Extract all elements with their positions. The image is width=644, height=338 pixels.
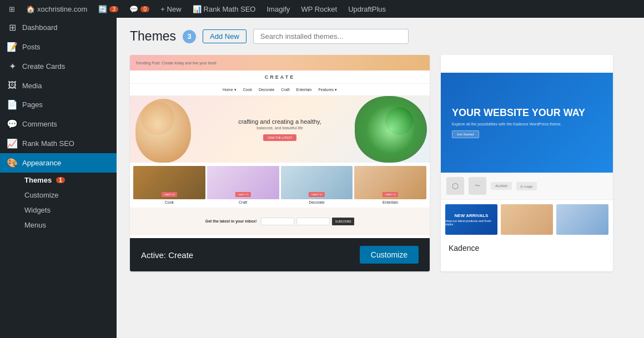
food-img-left (135, 99, 191, 163)
sidebar-create-cards-label: Create Cards (22, 62, 110, 70)
sidebar-dashboard-label: Dashboard (22, 23, 110, 32)
sidebar-item-rank-math[interactable]: 📈 Rank Math SEO (0, 134, 117, 153)
grid-item-entertain: I WANT TO Entertain (354, 166, 426, 204)
product-img-warm (501, 204, 553, 235)
product-card-3 (556, 204, 608, 235)
kadence-logo-icon (446, 57, 463, 64)
sidebar-sub-themes[interactable]: Themes 1 (0, 173, 117, 188)
admin-bar-site-name[interactable]: 🏠 xochristine.com (22, 0, 92, 18)
sidebar-comments-icon: 💬 (7, 119, 18, 129)
sidebar-item-dashboard[interactable]: ⊞ Dashboard (0, 18, 117, 37)
product-img-warm2 (556, 204, 608, 235)
sidebar-sub-customize[interactable]: Customize (0, 188, 117, 203)
create-nav-decorate: Decorate (259, 88, 274, 92)
kadence-nav-shop: Shop (588, 59, 596, 62)
page-header: Themes 3 Add New (130, 29, 631, 44)
new-arrivals-text: NEW ARRIVALS (455, 213, 489, 218)
theme-count-badge: 3 (183, 30, 196, 43)
admin-bar-wp-rocket[interactable]: WP Rocket (296, 0, 341, 18)
theme-card-kadence[interactable]: Home About Shop Blog YOUR WEBSITE YOUR W… (441, 55, 613, 271)
sidebar-item-posts[interactable]: 📝 Posts (0, 37, 117, 57)
theme-kadence-screenshot: Home About Shop Blog YOUR WEBSITE YOUR W… (441, 55, 613, 238)
admin-bar-wp-logo[interactable]: ⊞ (4, 0, 19, 18)
craft-btn: I WANT TO (235, 192, 250, 197)
create-cards-icon: ✦ (7, 61, 18, 72)
kadence-nav-bar: Home About Shop Blog (441, 55, 613, 66)
pages-icon: 📄 (7, 99, 18, 110)
kadence-mockup: Home About Shop Blog YOUR WEBSITE YOUR W… (441, 55, 613, 238)
newsletter-main-text: Get the latest in your inbox! (205, 219, 257, 223)
create-nav-cook: Cook (243, 88, 252, 92)
create-nav: Home ▾ Cook Decorate Craft Entertain Fea… (130, 84, 430, 96)
comments-count: 0 (140, 6, 149, 12)
sidebar-sub-widgets[interactable]: Widgets (0, 203, 117, 218)
updates-icon: 🔄 (98, 5, 107, 13)
logo-icon-2: 〜 (469, 177, 486, 195)
admin-bar-updates[interactable]: 🔄 3 (94, 0, 123, 18)
create-hero-tagline1: crafting and creating a healthy, (238, 118, 321, 126)
newsletter-text: Get the latest in your inbox! (205, 219, 257, 224)
sidebar-item-pages[interactable]: 📄 Pages (0, 95, 117, 114)
kadence-nav-links: Home About Shop Blog (562, 59, 607, 62)
newsletter-inputs: SUBSCRIBE (261, 218, 354, 225)
grid-img-decorate: I WANT TO (281, 166, 353, 199)
rank-math-sidebar-icon: 📈 (7, 138, 18, 149)
newsletter-firstname-input (261, 218, 294, 225)
theme-card-create[interactable]: Trending Post: Create today and live you… (130, 55, 430, 271)
grid-item-decorate: I WANT TO Decorate (281, 166, 353, 204)
admin-bar-updraftplus[interactable]: UpdraftPlus (344, 0, 390, 18)
admin-bar-imagify[interactable]: Imagify (262, 0, 294, 18)
theme-create-screenshot: Trending Post: Create today and live you… (130, 55, 430, 238)
updates-count: 3 (109, 6, 118, 12)
create-hero-text: crafting and creating a healthy, balance… (238, 118, 321, 141)
newsletter-subscribe-btn: SUBSCRIBE (332, 218, 354, 225)
dashboard-icon: ⊞ (7, 22, 18, 33)
sidebar-item-media[interactable]: 🖼 Media (0, 76, 117, 95)
admin-bar-new[interactable]: + New (156, 0, 185, 18)
grid-img-craft: I WANT TO (207, 166, 279, 199)
kadence-hero: YOUR WEBSITE YOUR WAY Explore all the po… (441, 73, 613, 173)
active-prefix: Active: (141, 250, 166, 260)
sidebar-menus-label: Menus (24, 221, 46, 229)
sidebar-item-create-cards[interactable]: ✦ Create Cards (0, 57, 117, 76)
sidebar-sub-menus[interactable]: Menus (0, 218, 117, 233)
decorate-btn: I WANT TO (309, 192, 324, 197)
sidebar-media-label: Media (22, 82, 110, 90)
sidebar-item-comments[interactable]: 💬 Comments (0, 114, 117, 134)
cook-btn: I WANT TO (162, 192, 177, 197)
sidebar-item-appearance[interactable]: 🎨 Appearance (0, 153, 117, 173)
create-hero-btn: VIEW THE LATEST (263, 134, 296, 141)
create-nav-entertain: Entertain (296, 88, 311, 92)
themes-badge: 1 (56, 177, 65, 183)
rank-math-icon: 📊 (193, 5, 202, 13)
sidebar-comments-label: Comments (22, 120, 110, 128)
sidebar: ⊞ Dashboard 📝 Posts ✦ Create Cards 🖼 Med… (0, 18, 117, 338)
admin-bar: ⊞ 🏠 xochristine.com 🔄 3 💬 0 + New 📊 Rank… (0, 0, 644, 18)
grid-img-cook: I WANT TO (133, 166, 205, 199)
wp-rocket-label: WP Rocket (301, 5, 337, 13)
sidebar-posts-label: Posts (22, 43, 110, 51)
kadence-hero-title: YOUR WEBSITE YOUR WAY (452, 107, 602, 119)
customize-button[interactable]: Customize (360, 246, 419, 264)
create-topbar: Trending Post: Create today and live you… (130, 55, 430, 70)
site-name-label: xochristine.com (37, 5, 87, 13)
themes-grid: Trending Post: Create today and live you… (130, 55, 631, 271)
media-icon: 🖼 (7, 80, 18, 90)
kadence-hero-sub: Explore all the possibilities with the K… (452, 122, 602, 126)
home-icon: 🏠 (26, 5, 35, 13)
logo-fake-1: ALOGO (491, 182, 512, 190)
newsletter-email-input (296, 218, 330, 225)
theme-active-footer: Active: Create Customize (130, 238, 430, 271)
kadence-theme-name-label: Kadence (441, 238, 613, 258)
grid-item-cook: I WANT TO Cook (133, 166, 205, 204)
add-new-button[interactable]: Add New (203, 29, 246, 43)
kadence-products: NEW ARRIVALS shop our latest products an… (441, 200, 613, 238)
search-input[interactable] (253, 29, 409, 44)
create-logo: CREATE (130, 74, 430, 80)
updraftplus-label: UpdraftPlus (348, 5, 386, 13)
kadence-nav-blog: Blog (601, 59, 607, 62)
posts-icon: 📝 (7, 42, 18, 52)
create-nav-features: Features ▾ (319, 88, 338, 92)
admin-bar-rank-math[interactable]: 📊 Rank Math SEO (188, 0, 260, 18)
admin-bar-comments[interactable]: 💬 0 (125, 0, 154, 18)
